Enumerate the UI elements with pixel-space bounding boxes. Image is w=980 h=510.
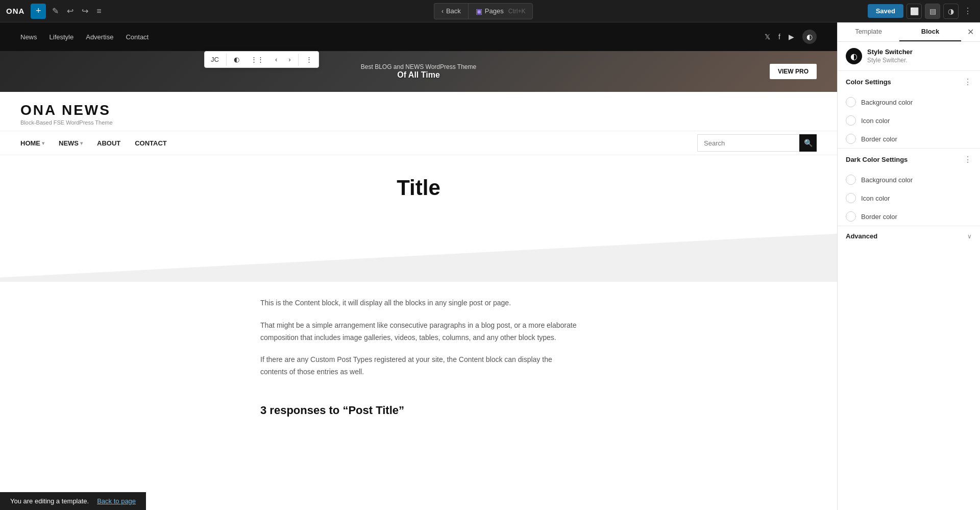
editing-template-message: You are editing a template.: [10, 497, 89, 505]
nav-item-news[interactable]: News: [20, 33, 37, 41]
saved-button[interactable]: Saved: [868, 4, 903, 18]
color-settings-header[interactable]: Color Settings ⋮: [838, 71, 980, 93]
nav-item-advertise[interactable]: Advertise: [86, 33, 113, 41]
youtube-icon[interactable]: ▶: [789, 33, 794, 41]
color-settings-section: Color Settings ⋮ Background color Icon c…: [838, 71, 980, 149]
advanced-title: Advanced: [846, 232, 877, 240]
sidebar-tabs: Template Block ✕: [838, 22, 980, 42]
block-more-button[interactable]: ⋮: [301, 53, 317, 66]
search-area: 🔍: [697, 134, 817, 152]
toolbar-divider-1: [226, 54, 227, 66]
comments-title: 3 responses to “Post Title”: [260, 404, 577, 417]
pages-icon: ▣: [476, 7, 482, 15]
tab-block[interactable]: Block: [899, 22, 961, 41]
style-switcher-icon: ◐: [846, 48, 862, 64]
toolbar-divider-2: [298, 54, 299, 66]
sec-nav-contact[interactable]: CONTACT: [135, 139, 167, 147]
list-view-button[interactable]: ≡: [94, 5, 103, 18]
news-arrow-icon: ▾: [80, 140, 83, 146]
primary-navigation: News Lifestyle Advertise Contact: [20, 33, 149, 41]
back-label: Back: [446, 7, 461, 15]
dark-color-item-border: Border color: [838, 207, 980, 226]
keyboard-shortcut: Ctrl+K: [508, 8, 526, 15]
content-paragraph-1: This is the Content block, it will displ…: [260, 297, 577, 309]
background-color-swatch[interactable]: [846, 97, 856, 107]
dark-color-settings-section: Dark Color Settings ⋮ Background color I…: [838, 149, 980, 226]
border-color-swatch[interactable]: [846, 134, 856, 144]
icon-color-swatch[interactable]: [846, 115, 856, 126]
add-block-button[interactable]: +: [31, 4, 46, 19]
block-prev-button[interactable]: ‹: [270, 53, 282, 66]
desktop-icon: ⬜: [910, 7, 919, 15]
block-toolbar: JC ◐ ⋮⋮ ‹ › ⋮: [204, 51, 319, 68]
tab-template[interactable]: Template: [838, 22, 899, 41]
advanced-section: Advanced ∨: [838, 226, 980, 246]
color-settings-menu-button[interactable]: ⋮: [964, 77, 972, 87]
dark-color-settings-header[interactable]: Dark Color Settings ⋮: [838, 149, 980, 171]
dark-mode-button[interactable]: ◑: [943, 4, 959, 19]
toolbar-center: ‹ Back ▣ Pages Ctrl+K: [434, 3, 533, 19]
hero-content: Best BLOG and NEWS WordPress Theme Of Al…: [361, 63, 476, 80]
pen-icon: ✎: [52, 6, 59, 16]
block-next-button[interactable]: ›: [283, 53, 296, 66]
color-settings-title: Color Settings: [846, 78, 891, 86]
bottom-bar: You are editing a template. Back to page: [0, 492, 146, 510]
back-to-page-link[interactable]: Back to page: [97, 497, 136, 505]
dark-icon-color-swatch[interactable]: [846, 193, 856, 203]
secondary-navigation: HOME ▾ NEWS ▾ ABOUT CONTACT 🔍: [0, 131, 837, 155]
page-title: Title: [0, 176, 837, 200]
sec-nav-home[interactable]: HOME ▾: [20, 139, 44, 147]
hero-banner: Best BLOG and NEWS WordPress Theme Of Al…: [0, 51, 837, 92]
pen-tool-button[interactable]: ✎: [50, 4, 61, 18]
pages-label: Pages: [485, 7, 504, 15]
block-type-button[interactable]: JC: [206, 53, 224, 66]
toolbar-right: Saved ⬜ ▤ ◑ ⋮: [868, 4, 974, 19]
twitter-icon[interactable]: 𝕏: [765, 33, 770, 41]
site-header-right: 𝕏 f ▶ ◐: [765, 30, 817, 44]
more-options-button[interactable]: ⋮: [962, 4, 974, 18]
dark-color-settings-title: Dark Color Settings: [846, 156, 908, 163]
split-view-button[interactable]: ▤: [925, 4, 940, 19]
search-button[interactable]: 🔍: [799, 134, 817, 152]
block-move-button[interactable]: ⋮⋮: [246, 53, 269, 66]
list-icon: ≡: [96, 7, 101, 16]
dark-border-color-swatch[interactable]: [846, 211, 856, 222]
canvas: News Lifestyle Advertise Contact 𝕏 f ▶ ◐…: [0, 22, 837, 510]
block-style-button[interactable]: ◐: [229, 53, 244, 66]
undo-button[interactable]: ↩: [65, 4, 76, 18]
sec-nav-news[interactable]: NEWS ▾: [59, 139, 83, 147]
pages-button[interactable]: ▣ Pages Ctrl+K: [468, 3, 533, 19]
dark-toggle-button[interactable]: ◐: [802, 30, 817, 44]
content-paragraph-3: If there are any Custom Post Types regis…: [260, 354, 577, 378]
desktop-view-button[interactable]: ⬜: [906, 4, 922, 19]
nav-item-contact[interactable]: Contact: [126, 33, 149, 41]
dark-border-color-label: Border color: [861, 213, 897, 221]
search-input[interactable]: [697, 134, 799, 152]
color-item-background: Background color: [838, 93, 980, 111]
close-sidebar-button[interactable]: ✕: [961, 22, 980, 41]
back-button[interactable]: ‹ Back: [434, 3, 468, 19]
home-arrow-icon: ▾: [42, 140, 44, 146]
view-pro-button[interactable]: VIEW PRO: [770, 64, 817, 79]
style-switcher-info: Style Switcher Style Switcher.: [867, 48, 913, 64]
undo-icon: ↩: [67, 6, 74, 16]
dark-color-item-background: Background color: [838, 171, 980, 189]
nav-item-lifestyle[interactable]: Lifestyle: [50, 33, 74, 41]
content-area: This is the Content block, it will displ…: [240, 282, 597, 404]
style-switcher-block: ◐ Style Switcher Style Switcher.: [838, 42, 980, 71]
hero-subtitle: Best BLOG and NEWS WordPress Theme: [361, 63, 476, 70]
redo-button[interactable]: ↪: [80, 4, 90, 18]
sec-nav-about[interactable]: ABOUT: [97, 139, 120, 147]
facebook-icon[interactable]: f: [778, 33, 780, 41]
dark-background-color-swatch[interactable]: [846, 175, 856, 185]
redo-icon: ↪: [82, 6, 88, 16]
split-icon: ▤: [929, 7, 936, 15]
advanced-header[interactable]: Advanced ∨: [838, 226, 980, 246]
dark-color-item-icon: Icon color: [838, 189, 980, 207]
color-item-icon: Icon color: [838, 111, 980, 130]
dark-color-settings-menu-button[interactable]: ⋮: [964, 155, 972, 164]
border-color-label: Border color: [861, 135, 897, 143]
content-paragraph-2: That might be a simple arrangement like …: [260, 320, 577, 344]
diagonal-section: [0, 210, 837, 282]
style-switcher-description: Style Switcher.: [867, 57, 913, 64]
